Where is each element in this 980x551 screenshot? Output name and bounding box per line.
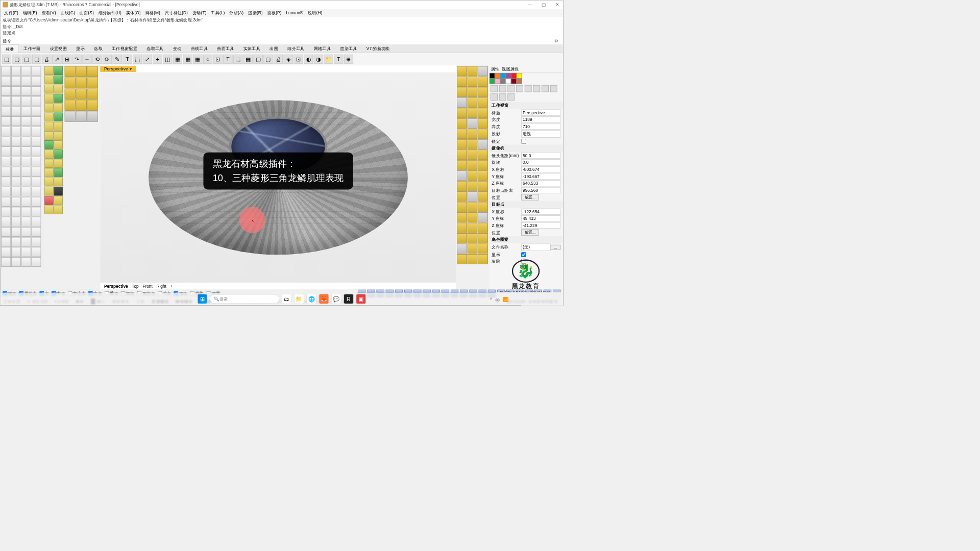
tool-button[interactable] (21, 106, 31, 116)
ribbon-button[interactable]: ◐ (304, 55, 313, 64)
tool-button[interactable] (31, 207, 41, 217)
right-tool[interactable] (468, 66, 478, 77)
prop-wallpaper-file[interactable]: (无) (521, 244, 550, 251)
menu-item[interactable]: 尺寸标注(D) (162, 10, 190, 15)
plugin-tool[interactable] (44, 149, 53, 158)
ribbon-button[interactable]: ▢ (32, 55, 41, 64)
right-tool[interactable] (468, 223, 478, 233)
tool-button[interactable] (1, 146, 11, 156)
tool-button[interactable] (21, 66, 31, 76)
ribbon-button[interactable]: ⟲ (92, 55, 102, 64)
right-tool[interactable] (468, 212, 478, 222)
plugin-tool[interactable] (44, 196, 53, 205)
right-tool[interactable] (468, 160, 478, 170)
taskbar-app-1[interactable]: 🗂 (282, 294, 292, 304)
ribbon-button[interactable]: ↷ (72, 55, 82, 64)
right-tool[interactable] (468, 97, 478, 108)
extra-tool[interactable] (87, 78, 98, 88)
tool-button[interactable] (1, 187, 11, 196)
prop-tab-icon[interactable] (516, 85, 523, 92)
color-swatch[interactable] (517, 73, 522, 79)
tool-button[interactable] (1, 207, 11, 217)
ribbon-button[interactable]: ▦ (193, 55, 202, 64)
tool-button[interactable] (31, 96, 41, 106)
viewport[interactable]: 黑龙石材高级插件： 10、三种菱形三角龙鳞肌理表现 (100, 72, 456, 283)
ribbon-button[interactable]: ✎ (113, 55, 122, 64)
right-tool[interactable] (468, 87, 478, 97)
right-tool[interactable] (457, 160, 467, 170)
right-tool[interactable] (457, 212, 467, 222)
tool-button[interactable] (21, 116, 31, 126)
ribbon-tab[interactable]: V7 的新功能 (362, 44, 395, 53)
wallpaper-browse-button[interactable]: ... (550, 245, 560, 250)
prop-projection[interactable]: 透视 (521, 130, 560, 137)
tool-button[interactable] (1, 247, 11, 257)
plugin-tool[interactable] (54, 113, 62, 121)
right-tool[interactable] (457, 108, 467, 118)
plugin-tool[interactable] (44, 187, 53, 195)
viewport-tab[interactable]: Right (156, 284, 166, 288)
tool-button[interactable] (31, 167, 41, 177)
plugin-tool[interactable] (44, 85, 53, 93)
right-tool[interactable] (478, 233, 488, 243)
right-tool[interactable] (468, 202, 478, 212)
taskbar-search[interactable]: 🔍 搜索 (210, 294, 279, 304)
tool-button[interactable] (31, 106, 41, 116)
tool-button[interactable] (31, 237, 41, 247)
tool-button[interactable] (21, 96, 31, 106)
ribbon-tab[interactable]: 曲面工具 (212, 44, 239, 53)
plugin-tool[interactable] (44, 76, 53, 84)
plugin-tool[interactable] (44, 131, 53, 140)
command-line[interactable]: 指令: ⚙ (1, 37, 563, 44)
extra-tool[interactable] (87, 100, 98, 111)
right-tool[interactable] (468, 77, 478, 87)
tool-button[interactable] (21, 137, 31, 146)
menu-item[interactable]: 曲面(S) (77, 10, 96, 15)
tool-button[interactable] (1, 96, 11, 106)
plugin-tool[interactable] (44, 205, 53, 214)
tool-button[interactable] (21, 86, 31, 96)
right-tool[interactable] (478, 223, 488, 233)
right-tool[interactable] (457, 87, 467, 97)
plugin-tool[interactable] (44, 159, 53, 168)
plugin-tool[interactable] (54, 168, 62, 177)
tool-button[interactable] (31, 66, 41, 76)
tool-button[interactable] (11, 86, 21, 96)
tool-button[interactable] (1, 86, 11, 96)
ribbon-tab[interactable]: 网格工具 (309, 44, 336, 53)
minimize-button[interactable]: — (526, 2, 534, 8)
plugin-tool[interactable] (54, 187, 62, 195)
viewport-tab[interactable]: Top (132, 284, 138, 288)
ribbon-button[interactable]: ⊡ (213, 55, 223, 64)
ribbon-button[interactable]: ⤢ (143, 55, 152, 64)
right-tool[interactable] (478, 87, 488, 97)
tool-button[interactable] (31, 137, 41, 146)
tool-button[interactable] (21, 207, 31, 217)
prop-lock-checkbox[interactable] (521, 139, 526, 144)
cam-place-button[interactable]: 放置... (521, 194, 539, 201)
tool-button[interactable] (11, 247, 21, 257)
extra-tool[interactable] (76, 66, 87, 77)
taskbar-app-3[interactable]: 🌐 (306, 294, 316, 304)
menu-item[interactable]: 细分物件(U) (96, 10, 124, 15)
tool-button[interactable] (11, 207, 21, 217)
color-swatch[interactable] (517, 79, 522, 84)
tool-button[interactable] (1, 116, 11, 126)
extra-tool[interactable] (65, 100, 76, 111)
color-swatch[interactable] (500, 79, 506, 84)
tool-button[interactable] (11, 116, 21, 126)
ribbon-button[interactable]: ↗ (52, 55, 61, 64)
right-tool[interactable] (457, 233, 467, 243)
ribbon-button[interactable]: ⊡ (293, 55, 303, 64)
menu-item[interactable]: 文件(F) (2, 10, 20, 15)
menu-item[interactable]: 查看(V) (39, 10, 58, 15)
viewport-tab[interactable]: Perspective (104, 284, 128, 288)
right-tool[interactable] (478, 181, 488, 191)
tool-button[interactable] (11, 227, 21, 237)
tool-button[interactable] (11, 177, 21, 186)
prop-target-y[interactable]: 49.433 (521, 215, 560, 221)
tool-button[interactable] (11, 197, 21, 207)
right-tool[interactable] (468, 254, 478, 264)
ribbon-button[interactable]: T (223, 55, 232, 64)
menu-item[interactable]: 网格(M) (143, 10, 162, 15)
